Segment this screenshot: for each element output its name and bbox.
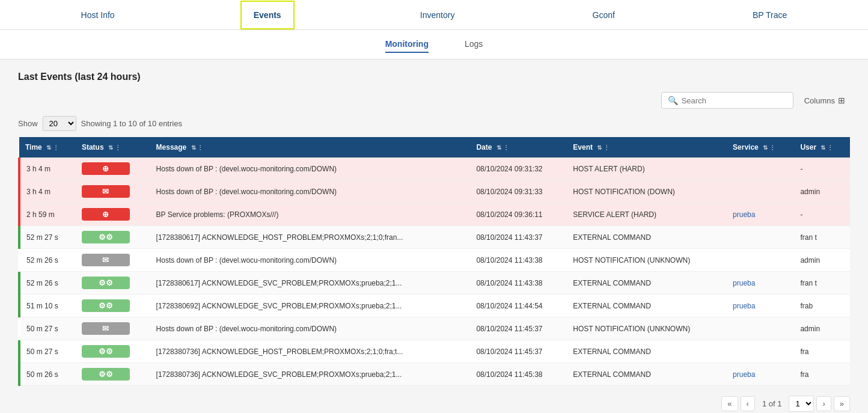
subnav-monitoring[interactable]: Monitoring	[385, 36, 429, 53]
cell-event: EXTERNAL COMMAND	[567, 363, 727, 386]
badge-icon: ⊕	[102, 164, 109, 173]
cell-status: ⚙⚙	[76, 363, 150, 386]
cell-user: -	[794, 158, 850, 180]
nav-gconf[interactable]: Gconf	[581, 2, 627, 28]
col-message[interactable]: Message ⇅ ⋮	[150, 137, 471, 158]
cell-service	[727, 226, 794, 249]
cell-event: EXTERNAL COMMAND	[567, 295, 727, 317]
show-label: Show	[18, 119, 38, 128]
cell-service	[727, 249, 794, 272]
col-status[interactable]: Status ⇅ ⋮	[76, 137, 150, 158]
cell-time: 50 m 27 s	[19, 317, 76, 340]
nav-events[interactable]: Events	[240, 1, 295, 29]
col-service[interactable]: Service ⇅ ⋮	[727, 137, 794, 158]
cell-date: 08/10/2024 11:45:37	[470, 317, 567, 340]
sort-event-icon: ⇅ ⋮	[597, 144, 610, 151]
sort-service-icon: ⇅ ⋮	[763, 144, 775, 151]
cell-status: ⚙⚙	[76, 340, 150, 363]
service-link[interactable]: prueba	[733, 370, 755, 379]
cell-service	[727, 180, 794, 203]
page-select[interactable]: 1	[789, 396, 814, 412]
last-page-button[interactable]: »	[834, 396, 850, 411]
sort-date-icon: ⇅ ⋮	[497, 144, 509, 151]
first-page-button[interactable]: «	[721, 396, 738, 411]
status-badge: ⊕	[82, 208, 130, 221]
cell-date: 08/10/2024 11:43:38	[470, 272, 567, 295]
columns-button[interactable]: Columns ⊞	[799, 93, 850, 108]
table-row: 3 h 4 m ✉ Hosts down of BP : (devel.wocu…	[19, 180, 850, 203]
cell-status: ⊕	[76, 203, 150, 226]
cell-message: BP Service problems: (PROXMOXs///)	[150, 203, 471, 226]
cell-message: Hosts down of BP : (devel.wocu-monitorin…	[150, 317, 471, 340]
status-badge: ⚙⚙	[82, 277, 130, 289]
cell-service	[727, 340, 794, 363]
cell-status: ✉	[76, 180, 150, 203]
nav-host-info[interactable]: Host Info	[69, 2, 127, 28]
service-link[interactable]: prueba	[733, 279, 755, 287]
sort-message-icon: ⇅ ⋮	[191, 144, 204, 151]
status-badge: ✉	[82, 322, 130, 335]
toolbar: 🔍 Columns ⊞	[18, 92, 850, 109]
next-page-button[interactable]: ›	[816, 396, 831, 411]
cell-time: 50 m 26 s	[19, 363, 76, 386]
badge-icon: ⚙⚙	[99, 278, 113, 287]
badge-icon: ⚙⚙	[99, 301, 113, 310]
status-badge: ✉	[82, 254, 130, 266]
cell-user: fran t	[794, 272, 850, 295]
service-link[interactable]: prueba	[733, 302, 755, 310]
col-user[interactable]: User ⇅ ⋮	[794, 137, 850, 158]
col-date[interactable]: Date ⇅ ⋮	[470, 137, 567, 158]
cell-date: 08/10/2024 11:45:38	[470, 363, 567, 386]
table-row: 52 m 26 s ⚙⚙ [1728380617] ACKNOWLEDGE_SV…	[19, 272, 850, 295]
cell-service: prueba	[727, 295, 794, 317]
table-row: 52 m 26 s ✉ Hosts down of BP : (devel.wo…	[19, 249, 850, 272]
sort-time-icon: ⇅ ⋮	[46, 144, 59, 151]
cell-service	[727, 317, 794, 340]
cell-date: 08/10/2024 11:43:37	[470, 226, 567, 249]
search-box[interactable]: 🔍	[661, 92, 793, 109]
subnav-logs[interactable]: Logs	[465, 36, 483, 53]
columns-icon: ⊞	[838, 96, 845, 105]
status-badge: ⊕	[82, 162, 130, 175]
status-badge: ⚙⚙	[82, 345, 130, 358]
prev-page-button[interactable]: ‹	[741, 396, 755, 411]
cell-service	[727, 158, 794, 180]
col-event[interactable]: Event ⇅ ⋮	[567, 137, 727, 158]
cell-event: HOST NOTIFICATION (UNKNOWN)	[567, 249, 727, 272]
cell-message: [1728380736] ACKNOWLEDGE_HOST_PROBLEM;PR…	[150, 340, 471, 363]
cell-event: EXTERNAL COMMAND	[567, 226, 727, 249]
cell-event: EXTERNAL COMMAND	[567, 340, 727, 363]
table-row: 51 m 10 s ⚙⚙ [1728380692] ACKNOWLEDGE_SV…	[19, 295, 850, 317]
cell-message: [1728380692] ACKNOWLEDGE_SVC_PROBLEM;PRO…	[150, 295, 471, 317]
show-select[interactable]: 20 10 50 100	[43, 116, 76, 131]
cell-time: 3 h 4 m	[19, 158, 76, 180]
cell-message: Hosts down of BP : (devel.wocu-monitorin…	[150, 249, 471, 272]
badge-icon: ✉	[102, 255, 109, 265]
table-row: 50 m 27 s ✉ Hosts down of BP : (devel.wo…	[19, 317, 850, 340]
nav-bp-trace[interactable]: BP Trace	[741, 2, 799, 28]
events-table: Time ⇅ ⋮ Status ⇅ ⋮ Message ⇅ ⋮ Date ⇅ ⋮…	[18, 137, 850, 386]
col-time[interactable]: Time ⇅ ⋮	[19, 137, 76, 158]
cell-status: ✉	[76, 249, 150, 272]
cell-user: frab	[794, 295, 850, 317]
main-content: Last Events (last 24 hours) 🔍 Columns ⊞ …	[0, 60, 868, 413]
cell-time: 50 m 27 s	[19, 340, 76, 363]
cell-user: fra	[794, 340, 850, 363]
cell-service: prueba	[727, 272, 794, 295]
table-row: 50 m 27 s ⚙⚙ [1728380736] ACKNOWLEDGE_HO…	[19, 340, 850, 363]
search-input[interactable]	[682, 96, 787, 105]
badge-icon: ✉	[102, 324, 109, 333]
cell-status: ⚙⚙	[76, 295, 150, 317]
cell-time: 52 m 26 s	[19, 249, 76, 272]
cell-date: 08/10/2024 09:36:11	[470, 203, 567, 226]
cell-time: 52 m 26 s	[19, 272, 76, 295]
badge-icon: ✉	[102, 187, 109, 196]
cell-date: 08/10/2024 11:44:54	[470, 295, 567, 317]
cell-user: fran t	[794, 226, 850, 249]
nav-inventory[interactable]: Inventory	[408, 2, 467, 28]
status-badge: ⚙⚙	[82, 231, 130, 243]
cell-status: ⚙⚙	[76, 272, 150, 295]
status-badge: ⚙⚙	[82, 368, 130, 381]
service-link[interactable]: prueba	[733, 210, 755, 219]
badge-icon: ⚙⚙	[99, 347, 113, 356]
